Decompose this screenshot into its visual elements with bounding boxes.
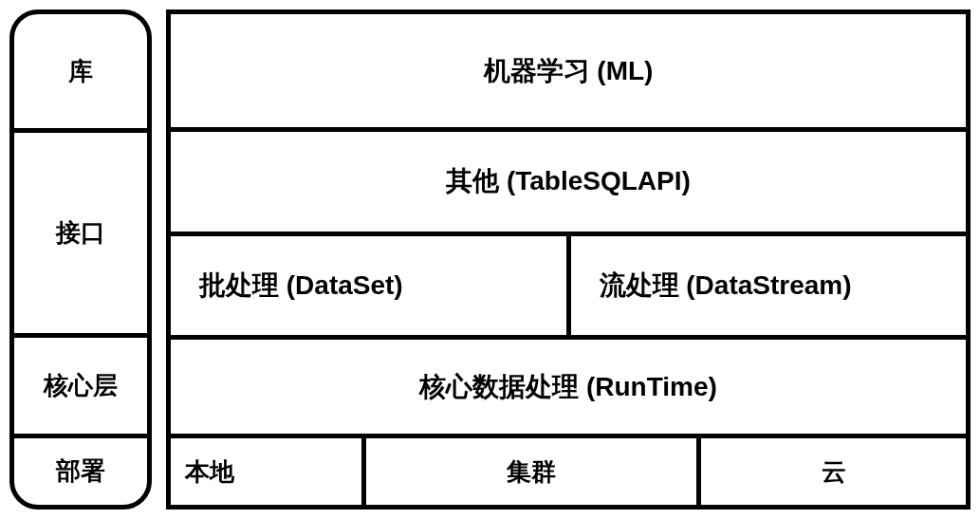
cell-cluster: 集群: [366, 438, 701, 505]
cell-datastream: 流处理 (DataStream): [571, 236, 967, 335]
layer-label-deploy: 部署: [14, 438, 147, 505]
architecture-diagram: 库 接口 核心层 部署 机器学习 (ML) 其他 (TableSQLAPI) 批…: [9, 9, 971, 510]
cell-dataset: 批处理 (DataSet): [171, 236, 571, 335]
cell-runtime: 核心数据处理 (RunTime): [171, 340, 966, 434]
cell-local: 本地: [171, 438, 366, 505]
row-api-bottom: 批处理 (DataSet) 流处理 (DataStream): [171, 236, 966, 340]
layer-labels-column: 库 接口 核心层 部署: [9, 9, 152, 510]
layer-label-api: 接口: [14, 133, 147, 338]
layer-label-lib: 库: [14, 14, 147, 133]
row-lib: 机器学习 (ML): [171, 14, 966, 132]
cell-cloud: 云: [701, 438, 966, 505]
layer-label-core: 核心层: [14, 338, 147, 437]
architecture-grid: 机器学习 (ML) 其他 (TableSQLAPI) 批处理 (DataSet)…: [166, 9, 971, 510]
row-api-top: 其他 (TableSQLAPI): [171, 132, 966, 235]
cell-ml: 机器学习 (ML): [171, 14, 966, 127]
row-deploy: 本地 集群 云: [171, 438, 966, 505]
row-core: 核心数据处理 (RunTime): [171, 340, 966, 438]
cell-tablesql: 其他 (TableSQLAPI): [171, 132, 966, 231]
